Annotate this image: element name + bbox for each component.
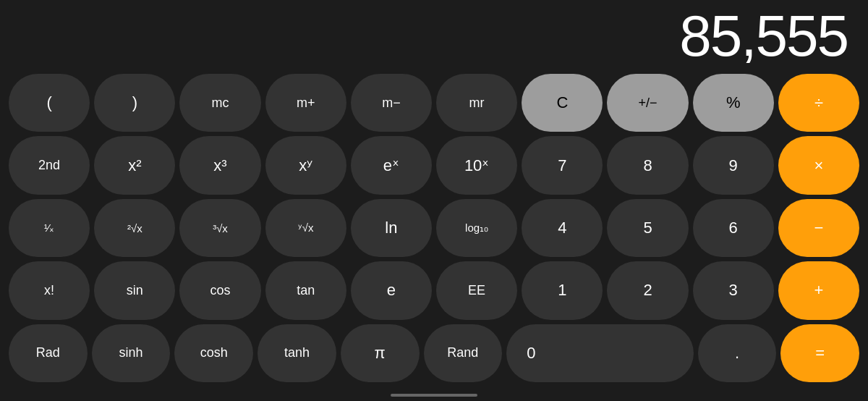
home-indicator: [0, 389, 868, 401]
rand-button[interactable]: Rand: [424, 324, 503, 382]
tan-button[interactable]: tan: [265, 261, 346, 319]
pi-button[interactable]: π: [341, 324, 420, 382]
mr-button[interactable]: mr: [436, 74, 517, 132]
6-button[interactable]: 6: [693, 199, 774, 257]
open-paren-button[interactable]: (: [9, 74, 90, 132]
3-sqrt-button[interactable]: ³√x: [179, 199, 260, 257]
close-paren-button[interactable]: ): [94, 74, 175, 132]
0-button[interactable]: 0: [506, 324, 693, 382]
8-button[interactable]: 8: [607, 136, 688, 194]
2nd-button[interactable]: 2nd: [9, 136, 90, 194]
7-button[interactable]: 7: [522, 136, 603, 194]
calculator-body: ( ) mc m+ m− mr C +/− % ÷ 2nd x² x³ xʸ e…: [0, 71, 868, 389]
row-4: x! sin cos tan e EE 1 2 3 +: [9, 261, 859, 319]
10-x-button[interactable]: 10ˣ: [436, 136, 517, 194]
display-area: 85,555: [0, 0, 868, 71]
divide-button[interactable]: ÷: [778, 74, 859, 132]
home-bar: [391, 394, 477, 397]
ln-button[interactable]: ln: [351, 199, 432, 257]
cosh-button[interactable]: cosh: [174, 324, 253, 382]
sin-button[interactable]: sin: [94, 261, 175, 319]
plus-minus-button[interactable]: +/−: [607, 74, 688, 132]
percent-button[interactable]: %: [693, 74, 774, 132]
sinh-button[interactable]: sinh: [92, 324, 171, 382]
mc-button[interactable]: mc: [179, 74, 260, 132]
2-button[interactable]: 2: [607, 261, 688, 319]
e-button[interactable]: e: [351, 261, 432, 319]
equals-button[interactable]: =: [780, 324, 859, 382]
3-button[interactable]: 3: [693, 261, 774, 319]
decimal-button[interactable]: .: [698, 324, 777, 382]
row-3: ¹⁄ₓ ²√x ³√x ʸ√x ln log₁₀ 4 5 6 −: [9, 199, 859, 257]
1-x-button[interactable]: ¹⁄ₓ: [9, 199, 90, 257]
multiply-button[interactable]: ×: [778, 136, 859, 194]
ee-button[interactable]: EE: [436, 261, 517, 319]
subtract-button[interactable]: −: [778, 199, 859, 257]
9-button[interactable]: 9: [693, 136, 774, 194]
cos-button[interactable]: cos: [179, 261, 260, 319]
1-button[interactable]: 1: [522, 261, 603, 319]
row-2: 2nd x² x³ xʸ eˣ 10ˣ 7 8 9 ×: [9, 136, 859, 194]
tanh-button[interactable]: tanh: [258, 324, 336, 382]
row-5: Rad sinh cosh tanh π Rand 0 . =: [9, 324, 859, 382]
m-plus-button[interactable]: m+: [265, 74, 346, 132]
2-sqrt-button[interactable]: ²√x: [94, 199, 175, 257]
log10-button[interactable]: log₁₀: [436, 199, 517, 257]
rad-button[interactable]: Rad: [9, 324, 88, 382]
y-sqrt-button[interactable]: ʸ√x: [265, 199, 346, 257]
display-value: 85,555: [679, 7, 848, 65]
x-squared-button[interactable]: x²: [94, 136, 175, 194]
x-cubed-button[interactable]: x³: [179, 136, 260, 194]
e-x-button[interactable]: eˣ: [351, 136, 432, 194]
x-y-button[interactable]: xʸ: [265, 136, 346, 194]
m-minus-button[interactable]: m−: [351, 74, 432, 132]
5-button[interactable]: 5: [607, 199, 688, 257]
4-button[interactable]: 4: [522, 199, 603, 257]
factorial-button[interactable]: x!: [9, 261, 90, 319]
add-button[interactable]: +: [778, 261, 859, 319]
row-1: ( ) mc m+ m− mr C +/− % ÷: [9, 74, 859, 132]
clear-button[interactable]: C: [522, 74, 603, 132]
